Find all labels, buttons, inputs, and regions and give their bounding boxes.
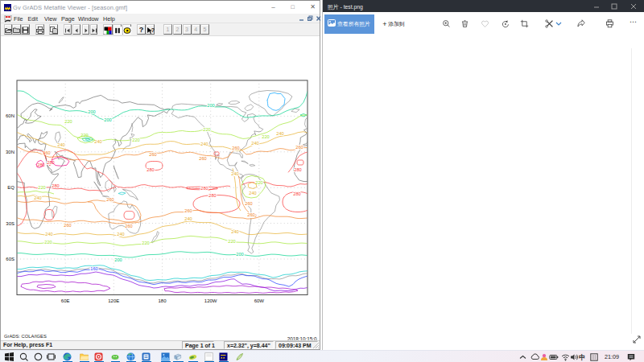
svg-text:220: 220 bbox=[228, 239, 235, 244]
svg-text:240: 240 bbox=[231, 229, 238, 234]
svg-text:260: 260 bbox=[245, 201, 252, 206]
svg-text:240: 240 bbox=[251, 141, 258, 146]
svg-text:200: 200 bbox=[88, 109, 95, 114]
svg-text:280: 280 bbox=[294, 167, 301, 172]
svg-text:60N: 60N bbox=[6, 113, 14, 118]
svg-text:200: 200 bbox=[104, 117, 111, 122]
svg-text:30N: 30N bbox=[6, 150, 14, 154]
svg-text:200: 200 bbox=[207, 103, 214, 108]
svg-text:200: 200 bbox=[114, 257, 122, 262]
svg-text:240: 240 bbox=[249, 191, 256, 195]
svg-text:260: 260 bbox=[184, 208, 192, 213]
svg-text:220: 220 bbox=[142, 241, 149, 245]
svg-text:240: 240 bbox=[117, 232, 124, 237]
svg-text:280: 280 bbox=[200, 186, 208, 191]
svg-text:240: 240 bbox=[94, 139, 101, 144]
svg-text:?: ? bbox=[151, 27, 155, 34]
svg-text:240: 240 bbox=[231, 171, 238, 176]
svg-text:60E: 60E bbox=[61, 298, 70, 303]
svg-text:240: 240 bbox=[276, 131, 283, 136]
svg-text:240: 240 bbox=[184, 216, 192, 221]
svg-text:220: 220 bbox=[262, 134, 269, 139]
svg-text:280: 280 bbox=[52, 183, 59, 188]
svg-text:240: 240 bbox=[200, 142, 208, 146]
svg-text:260: 260 bbox=[106, 197, 114, 202]
svg-text:120E: 120E bbox=[108, 298, 119, 303]
svg-text:160: 160 bbox=[90, 266, 97, 271]
svg-text:200: 200 bbox=[236, 252, 243, 257]
svg-text:30S: 30S bbox=[6, 221, 14, 226]
svg-text:220: 220 bbox=[64, 119, 72, 124]
svg-text:260: 260 bbox=[149, 152, 156, 157]
svg-text:280: 280 bbox=[37, 162, 44, 167]
svg-text:240: 240 bbox=[34, 195, 41, 200]
svg-text:280: 280 bbox=[47, 160, 54, 165]
svg-text:280: 280 bbox=[208, 193, 216, 198]
svg-text:60W: 60W bbox=[254, 298, 265, 303]
svg-text:180: 180 bbox=[158, 298, 167, 303]
svg-text:260: 260 bbox=[199, 156, 206, 161]
svg-text:220: 220 bbox=[255, 180, 262, 185]
svg-text:240: 240 bbox=[45, 232, 52, 237]
svg-text:220: 220 bbox=[132, 138, 139, 142]
svg-text:220: 220 bbox=[44, 240, 52, 245]
svg-text:260: 260 bbox=[232, 146, 239, 150]
svg-text:260: 260 bbox=[295, 145, 303, 150]
svg-text:280: 280 bbox=[147, 167, 154, 172]
svg-text:240: 240 bbox=[57, 142, 64, 147]
svg-text:EQ: EQ bbox=[7, 185, 14, 190]
svg-text:260: 260 bbox=[125, 224, 132, 228]
svg-text:280: 280 bbox=[293, 191, 300, 196]
svg-text:60S: 60S bbox=[6, 257, 14, 261]
svg-text:220: 220 bbox=[80, 133, 88, 138]
svg-text:260: 260 bbox=[247, 212, 254, 217]
svg-text:220: 220 bbox=[38, 185, 45, 190]
svg-text:220: 220 bbox=[203, 127, 210, 132]
svg-text:120W: 120W bbox=[204, 298, 217, 303]
svg-text:260: 260 bbox=[64, 223, 71, 228]
